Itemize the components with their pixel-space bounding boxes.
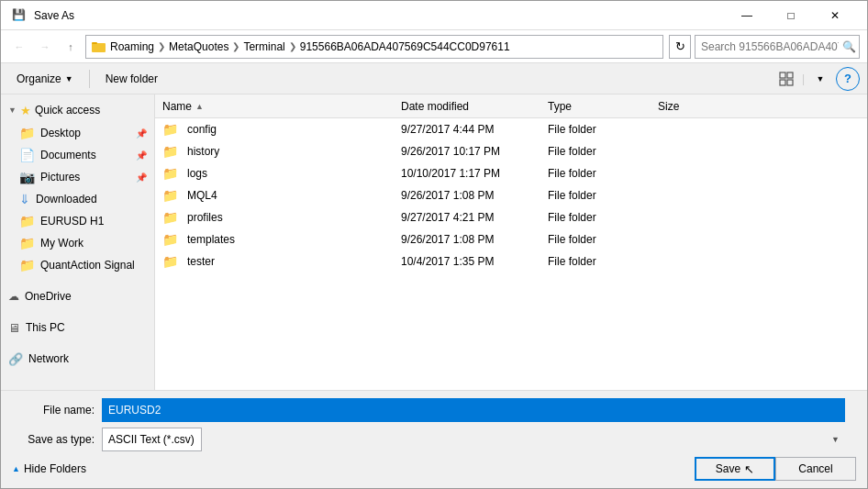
file-list-area: Name ▲ Date modified Type Size 📁 config xyxy=(155,94,867,390)
table-row[interactable]: 📁 tester 10/4/2017 1:35 PM File folder xyxy=(155,250,867,272)
search-box: 🔍 xyxy=(695,35,860,59)
filename-input[interactable] xyxy=(102,398,845,422)
col-name-label: Name xyxy=(162,100,192,113)
svg-rect-3 xyxy=(780,72,785,78)
table-row[interactable]: 📁 MQL4 9/26/2017 1:08 PM File folder xyxy=(155,184,867,206)
col-header-size[interactable]: Size xyxy=(658,100,731,113)
file-folder-icon: 📁 xyxy=(162,122,178,137)
hide-folders-button[interactable]: ▲ Hide Folders xyxy=(12,462,86,475)
new-folder-button[interactable]: New folder xyxy=(97,67,166,91)
view-button[interactable] xyxy=(774,67,798,91)
table-row[interactable]: 📁 templates 9/26/2017 1:08 PM File folde… xyxy=(155,228,867,250)
help-button[interactable]: ? xyxy=(836,67,860,91)
file-name-text: tester xyxy=(187,255,215,268)
table-row[interactable]: 📁 profiles 9/27/2017 4:21 PM File folder xyxy=(155,206,867,228)
chevron-down-icon: ▼ xyxy=(8,106,17,115)
organize-button[interactable]: Organize ▼ xyxy=(8,67,82,91)
sidebar-item-network[interactable]: 🔗 Network xyxy=(1,348,154,370)
file-name-cell: 📁 config xyxy=(162,122,401,137)
save-as-dialog: 💾 Save As — □ ✕ ← → ↑ Roaming ❯ MetaQuot… xyxy=(0,0,868,489)
mywork-folder-icon: 📁 xyxy=(19,236,35,250)
col-header-name[interactable]: Name ▲ xyxy=(162,100,401,113)
quick-access-star-icon: ★ xyxy=(20,104,31,117)
file-name-text: templates xyxy=(187,233,235,246)
breadcrumb-metaquotes[interactable]: MetaQuotes xyxy=(169,40,228,53)
downloaded-folder-icon: ⇓ xyxy=(19,192,30,206)
onedrive-icon: ☁ xyxy=(8,290,19,303)
sidebar-item-pictures[interactable]: 📷 Pictures 📌 xyxy=(1,166,154,188)
col-type-label: Type xyxy=(548,100,572,113)
quantaction-folder-icon: 📁 xyxy=(19,258,35,272)
breadcrumb[interactable]: Roaming ❯ MetaQuotes ❯ Terminal ❯ 915566… xyxy=(85,35,663,59)
desktop-folder-icon: 📁 xyxy=(19,126,35,140)
breadcrumb-hash[interactable]: 915566BA06ADA407569C544CC0D97611 xyxy=(300,40,510,53)
file-folder-icon: 📁 xyxy=(162,232,178,247)
onedrive-section: ☁ OneDrive xyxy=(1,285,154,307)
forward-button[interactable]: → xyxy=(34,36,56,58)
onedrive-label: OneDrive xyxy=(25,290,72,303)
col-header-date[interactable]: Date modified xyxy=(401,100,548,113)
col-header-type[interactable]: Type xyxy=(548,100,658,113)
sidebar-item-thispc[interactable]: 🖥 This PC xyxy=(1,317,154,339)
sidebar-item-mywork[interactable]: 📁 My Work xyxy=(1,232,154,254)
quick-access-header[interactable]: ▼ ★ Quick access xyxy=(1,98,154,122)
file-folder-icon: 📁 xyxy=(162,166,178,181)
sort-up-icon: ▲ xyxy=(195,102,204,111)
view-dropdown-button[interactable]: ▼ xyxy=(808,67,832,91)
table-row[interactable]: 📁 history 9/26/2017 10:17 PM File folder xyxy=(155,140,867,162)
main-area: ▼ ★ Quick access 📁 Desktop 📌 📄 Documents… xyxy=(1,94,867,390)
title-bar: 💾 Save As — □ ✕ xyxy=(1,1,867,30)
pictures-folder-icon: 📷 xyxy=(19,170,35,184)
saveastype-select[interactable]: ASCII Text (*.csv) xyxy=(102,428,202,451)
file-type-cell: File folder xyxy=(548,233,658,246)
file-date-cell: 9/26/2017 10:17 PM xyxy=(401,145,548,158)
back-button[interactable]: ← xyxy=(8,36,30,58)
up-button[interactable]: ↑ xyxy=(60,36,82,58)
table-row[interactable]: 📁 config 9/27/2017 4:44 PM File folder xyxy=(155,118,867,140)
table-row[interactable]: 📁 logs 10/10/2017 1:17 PM File folder xyxy=(155,162,867,184)
file-name-text: history xyxy=(187,145,219,158)
dialog-title: Save As xyxy=(34,9,726,22)
breadcrumb-folder-icon xyxy=(92,40,106,53)
quick-access-label: Quick access xyxy=(35,104,100,117)
filename-row: File name: xyxy=(12,398,856,422)
breadcrumb-terminal[interactable]: Terminal xyxy=(243,40,284,53)
sidebar-item-desktop[interactable]: 📁 Desktop 📌 xyxy=(1,122,154,144)
documents-label: Documents xyxy=(40,149,96,161)
saveastype-row: Save as type: ASCII Text (*.csv) xyxy=(12,428,856,451)
view-dropdown-icon: ▼ xyxy=(817,74,825,83)
file-name-cell: 📁 templates xyxy=(162,232,401,247)
sidebar-item-quantaction[interactable]: 📁 QuantAction Signal xyxy=(1,254,154,276)
minimize-button[interactable]: — xyxy=(726,5,768,27)
breadcrumb-roaming[interactable]: Roaming xyxy=(110,40,154,53)
search-input[interactable] xyxy=(701,40,839,53)
file-type-cell: File folder xyxy=(548,145,658,158)
file-type-cell: File folder xyxy=(548,189,658,202)
help-label: ? xyxy=(844,72,851,85)
file-name-text: profiles xyxy=(187,211,223,224)
sidebar-item-documents[interactable]: 📄 Documents 📌 xyxy=(1,144,154,166)
pictures-pin-icon: 📌 xyxy=(136,172,147,183)
close-button[interactable]: ✕ xyxy=(814,5,856,27)
file-date-cell: 9/27/2017 4:44 PM xyxy=(401,123,548,136)
save-button[interactable]: Save ↖ xyxy=(695,457,775,481)
file-type-cell: File folder xyxy=(548,123,658,136)
sidebar-item-onedrive[interactable]: ☁ OneDrive xyxy=(1,285,154,307)
file-name-text: logs xyxy=(187,167,207,180)
file-date-cell: 9/26/2017 1:08 PM xyxy=(401,233,548,246)
filename-label: File name: xyxy=(12,404,95,417)
breadcrumb-sep-1: ❯ xyxy=(158,41,165,51)
save-label: Save xyxy=(716,462,740,475)
sidebar-item-downloaded[interactable]: ⇓ Downloaded xyxy=(1,188,154,210)
title-controls: — □ ✕ xyxy=(726,5,856,27)
organize-chevron-icon: ▼ xyxy=(65,74,73,83)
refresh-button[interactable]: ↻ xyxy=(669,35,691,59)
maximize-button[interactable]: □ xyxy=(770,5,812,27)
file-list-header: Name ▲ Date modified Type Size xyxy=(155,94,867,118)
quantaction-label: QuantAction Signal xyxy=(40,259,135,272)
sidebar-item-eurusd[interactable]: 📁 EURUSD H1 xyxy=(1,210,154,232)
view-sep: | xyxy=(802,72,805,85)
cancel-button[interactable]: Cancel xyxy=(775,457,856,481)
file-type-cell: File folder xyxy=(548,255,658,268)
mywork-label: My Work xyxy=(40,237,83,250)
